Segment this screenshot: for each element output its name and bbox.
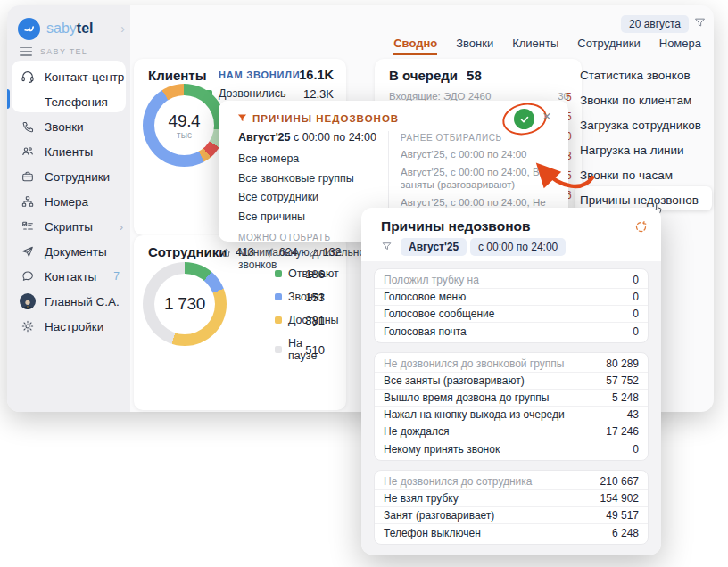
brand-subtitle: SABY TEL: [40, 47, 87, 56]
reasons-section-caller: Положил трубку на0 Голосовое меню0 Голос…: [374, 268, 649, 343]
script-icon: [20, 218, 36, 234]
history-label: РАНЕЕ ОТБИРАЛИСЬ: [401, 133, 563, 143]
sidebar-item-label: Документы: [45, 245, 107, 259]
sidebar-item-label: Клиенты: [45, 145, 93, 159]
legend-value: 12.3K: [303, 87, 334, 101]
app-logo[interactable]: sabytel ›: [18, 16, 125, 41]
clients-donut-chart[interactable]: 49.4 тыс: [143, 84, 226, 167]
sidebar-item-calls[interactable]: Звонки: [20, 116, 125, 137]
table-row[interactable]: Телефон выключен6 248: [375, 524, 648, 541]
sidebar-item-scripts[interactable]: Скрипты ›: [20, 216, 125, 237]
period-filter[interactable]: Август'25 с 00:00 по 24:00: [238, 131, 385, 144]
menu-item-call-stats[interactable]: Статистика звонков: [580, 64, 691, 86]
sidebar-item-label: Звонки: [45, 120, 84, 134]
modal-body: Положил трубку на0 Голосовое меню0 Голос…: [361, 261, 661, 555]
table-row[interactable]: Голосовая почта0: [375, 323, 648, 340]
menu-item-line-load[interactable]: Нагрузка на линии: [580, 139, 684, 160]
home-icon: [220, 247, 232, 259]
tab-svodno[interactable]: Сводно: [393, 37, 437, 55]
screen: sabytel › SABY TEL Контакт-центр Телефон…: [0, 0, 728, 567]
refresh-icon[interactable]: [634, 220, 648, 234]
table-row[interactable]: Положил трубку на0: [375, 272, 648, 289]
callers-link[interactable]: НАМ ЗВОНИЛИ: [219, 70, 301, 80]
sidebar-item-label: Номера: [45, 195, 88, 209]
tab-sotrudniki[interactable]: Сотрудники: [577, 37, 640, 55]
clipped-value: 5: [566, 91, 577, 103]
legend-swatch: [275, 316, 282, 324]
logo-text-saby: saby: [46, 21, 77, 36]
table-row[interactable]: Не дозвонился до сотрудника210 667: [375, 473, 648, 490]
tab-nomera[interactable]: Номера: [659, 37, 701, 55]
clients-donut-unit: тыс: [177, 130, 192, 140]
table-row[interactable]: Вышло время дозвона до группы5 248: [375, 390, 648, 407]
legend-swatch: [275, 346, 282, 353]
send-icon: [20, 243, 36, 259]
menu-item-calls-by-clients[interactable]: Звонки по клиентам: [580, 89, 691, 111]
table-row[interactable]: Некому принять звонок0: [375, 440, 648, 457]
clients-card-title: Клиенты: [148, 68, 206, 83]
summary-tabs: Сводно Звонки Клиенты Сотрудники Номера: [393, 37, 701, 55]
gear-icon: [20, 318, 36, 334]
menu-item-calls-by-hours[interactable]: Звонки по часам: [580, 164, 673, 185]
logo-text-tel: tel: [77, 21, 94, 36]
apply-filter-button[interactable]: [514, 109, 534, 129]
filter-all-numbers[interactable]: Все номера: [238, 150, 385, 169]
funnel-icon: [236, 112, 248, 124]
hamburger-icon[interactable]: [20, 45, 32, 58]
table-row[interactable]: Занят (разговаривает)49 517: [375, 507, 648, 524]
legend-value: 153: [305, 291, 325, 304]
chevron-right-icon: ›: [120, 220, 123, 234]
modal-title: Причины недозвонов: [381, 218, 531, 234]
legend-value: 510: [305, 343, 325, 357]
period-chip[interactable]: Август'25: [401, 238, 467, 256]
sidebar-item-contacts[interactable]: Контакты 7: [20, 266, 125, 287]
table-row[interactable]: Голосовое меню0: [375, 289, 648, 306]
people-icon: [20, 144, 36, 160]
sidebar-item-clients[interactable]: Клиенты: [20, 141, 125, 162]
sidebar-item-label: Телефония: [45, 95, 108, 109]
legend-swatch: [275, 293, 282, 300]
sidebar-item-label: Настройки: [45, 320, 103, 333]
active-indicator: [7, 89, 10, 109]
chevron-right-icon[interactable]: ›: [120, 21, 125, 36]
headset-icon: [20, 69, 36, 85]
sitemap-icon: [20, 193, 36, 210]
tab-zvonki[interactable]: Звонки: [456, 37, 493, 55]
sidebar-item-label: Контакт-центр: [45, 70, 124, 84]
menu-item-employee-load[interactable]: Загрузка сотрудников: [580, 114, 701, 136]
tab-klienty[interactable]: Клиенты: [512, 37, 558, 55]
employees-card-title: Сотрудники: [148, 244, 227, 259]
table-row[interactable]: Все заняты (разговаривают)57 752: [375, 373, 648, 390]
history-item[interactable]: Август'25, с 00:00 по 24:00: [401, 148, 563, 161]
table-row[interactable]: Не дозвонился до звонковой группы80 289: [375, 356, 648, 373]
funnel-icon[interactable]: [381, 241, 393, 252]
sidebar: sabytel › SABY TEL Контакт-центр Телефон…: [7, 5, 130, 412]
legend-row: На паузе 510: [275, 337, 325, 362]
employees-donut-chart[interactable]: 1 730: [143, 262, 227, 346]
popup-title: ПРИЧИНЫ НЕДОЗВОНОВ: [252, 113, 399, 124]
time-range-chip[interactable]: с 00:00 по 24:00: [470, 238, 566, 256]
sidebar-item-numbers[interactable]: Номера: [20, 191, 125, 212]
saby-bird-icon: [18, 18, 40, 40]
table-row[interactable]: Нажал на кнопку выхода из очереди43: [375, 407, 648, 423]
filter-all-employees[interactable]: Все сотрудники: [238, 188, 385, 208]
table-row[interactable]: Не взял трубку154 902: [375, 490, 648, 507]
table-row[interactable]: Голосовое сообщение0: [375, 306, 648, 323]
date-filter-chip[interactable]: 20 августа: [621, 15, 689, 33]
close-icon[interactable]: ×: [542, 108, 551, 126]
filter-all-call-groups[interactable]: Все звонковые группы: [238, 169, 385, 189]
sidebar-item-contact-center[interactable]: Контакт-центр: [20, 66, 125, 87]
sidebar-item-documents[interactable]: Документы: [20, 241, 125, 262]
sidebar-item-label: Контакты: [45, 270, 96, 284]
filter-funnel-icon[interactable]: [693, 16, 707, 29]
legend-row: Звонят 153: [275, 291, 325, 303]
history-item[interactable]: Август'25, с 00:00 по 24:00, Все заняты …: [401, 166, 563, 192]
legend-label: Дозвонились: [219, 87, 286, 100]
sidebar-item-profile[interactable]: Главный С.А.: [20, 291, 125, 312]
sidebar-item-employees[interactable]: Сотрудники: [20, 166, 125, 187]
sidebar-item-settings[interactable]: Настройки: [20, 316, 125, 337]
queue-count: 58: [467, 68, 482, 83]
legend-value: 881: [305, 314, 325, 327]
table-row[interactable]: Не дождался17 246: [375, 423, 648, 440]
contacts-count-badge: 7: [113, 270, 120, 283]
